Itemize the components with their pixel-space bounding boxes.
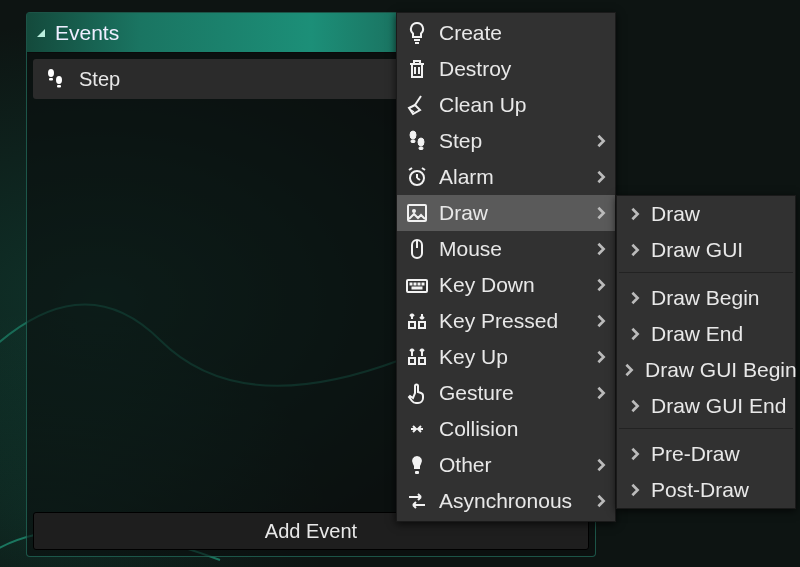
chevron-right-icon	[591, 310, 607, 333]
keyup-icon	[403, 343, 431, 371]
chevron-right-icon	[591, 346, 607, 369]
menu-item-label: Key Up	[439, 345, 583, 369]
keypress-icon	[403, 307, 431, 335]
image-icon	[403, 199, 431, 227]
menu-item-gesture[interactable]: Gesture	[397, 375, 615, 411]
async-icon	[403, 487, 431, 515]
trash-icon	[403, 55, 431, 83]
submenu-item-label: Pre-Draw	[651, 442, 787, 466]
chevron-right-icon	[623, 239, 641, 262]
menu-item-label: Key Pressed	[439, 309, 583, 333]
menu-item-label: Alarm	[439, 165, 583, 189]
chevron-right-icon	[591, 130, 607, 153]
gesture-icon	[403, 379, 431, 407]
chevron-right-icon	[623, 359, 635, 382]
menu-item-label: Destroy	[439, 57, 583, 81]
event-row-label: Step	[79, 68, 120, 91]
chevron-right-icon	[623, 323, 641, 346]
menu-item-key-pressed[interactable]: Key Pressed	[397, 303, 615, 339]
menu-item-other[interactable]: Other	[397, 447, 615, 483]
chevron-right-icon	[623, 203, 641, 226]
menu-item-label: Other	[439, 453, 583, 477]
chevron-right-icon	[591, 202, 607, 225]
submenu-item-label: Draw GUI End	[651, 394, 787, 418]
menu-item-mouse[interactable]: Mouse	[397, 231, 615, 267]
menu-item-step[interactable]: Step	[397, 123, 615, 159]
chevron-right-icon	[623, 479, 641, 502]
alarm-icon	[403, 163, 431, 191]
submenu-item-label: Draw Begin	[651, 286, 787, 310]
menu-item-label: Create	[439, 21, 583, 45]
submenu-item-label: Draw	[651, 202, 787, 226]
menu-item-collision[interactable]: Collision	[397, 411, 615, 447]
draw-submenu: DrawDraw GUIDraw BeginDraw EndDraw GUI B…	[616, 195, 796, 509]
menu-item-label: Asynchronous	[439, 489, 583, 513]
menu-item-label: Key Down	[439, 273, 583, 297]
menu-item-label: Draw	[439, 201, 583, 225]
menu-item-label: Clean Up	[439, 93, 583, 117]
menu-item-label: Collision	[439, 417, 583, 441]
menu-item-draw[interactable]: Draw	[397, 195, 615, 231]
broom-icon	[403, 91, 431, 119]
menu-item-alarm[interactable]: Alarm	[397, 159, 615, 195]
submenu-item-post-draw[interactable]: Post-Draw	[617, 472, 795, 508]
footprints-icon	[43, 67, 67, 91]
menu-item-label: Step	[439, 129, 583, 153]
chevron-right-icon	[623, 443, 641, 466]
chevron-right-icon	[623, 287, 641, 310]
chevron-right-icon	[591, 274, 607, 297]
menu-item-clean-up[interactable]: Clean Up	[397, 87, 615, 123]
menu-item-asynchronous[interactable]: Asynchronous	[397, 483, 615, 519]
chevron-right-icon	[623, 395, 641, 418]
menu-item-destroy[interactable]: Destroy	[397, 51, 615, 87]
submenu-item-label: Draw GUI	[651, 238, 787, 262]
footprints-icon	[403, 127, 431, 155]
submenu-item-draw-begin[interactable]: Draw Begin	[617, 280, 795, 316]
chevron-right-icon	[591, 490, 607, 513]
menu-item-key-up[interactable]: Key Up	[397, 339, 615, 375]
menu-item-key-down[interactable]: Key Down	[397, 267, 615, 303]
submenu-item-draw-gui-begin[interactable]: Draw GUI Begin	[617, 352, 795, 388]
mouse-icon	[403, 235, 431, 263]
submenu-item-label: Draw End	[651, 322, 787, 346]
chevron-right-icon	[591, 238, 607, 261]
menu-item-create[interactable]: Create	[397, 15, 615, 51]
event-type-menu: CreateDestroyClean UpStepAlarmDrawMouseK…	[396, 12, 616, 522]
submenu-item-label: Draw GUI Begin	[645, 358, 797, 382]
lightbulb-icon	[403, 19, 431, 47]
chevron-right-icon	[591, 166, 607, 189]
menu-item-label: Mouse	[439, 237, 583, 261]
collision-icon	[403, 415, 431, 443]
chevron-right-icon	[591, 382, 607, 405]
submenu-item-label: Post-Draw	[651, 478, 787, 502]
chevron-right-icon	[591, 454, 607, 477]
menu-separator	[617, 272, 795, 280]
keyboard-icon	[403, 271, 431, 299]
other-icon	[403, 451, 431, 479]
collapse-triangle-icon[interactable]	[37, 29, 45, 37]
menu-item-label: Gesture	[439, 381, 583, 405]
submenu-item-draw-end[interactable]: Draw End	[617, 316, 795, 352]
submenu-item-draw-gui[interactable]: Draw GUI	[617, 232, 795, 268]
submenu-item-pre-draw[interactable]: Pre-Draw	[617, 436, 795, 472]
submenu-item-draw-gui-end[interactable]: Draw GUI End	[617, 388, 795, 424]
menu-separator	[617, 428, 795, 436]
submenu-item-draw[interactable]: Draw	[617, 196, 795, 232]
